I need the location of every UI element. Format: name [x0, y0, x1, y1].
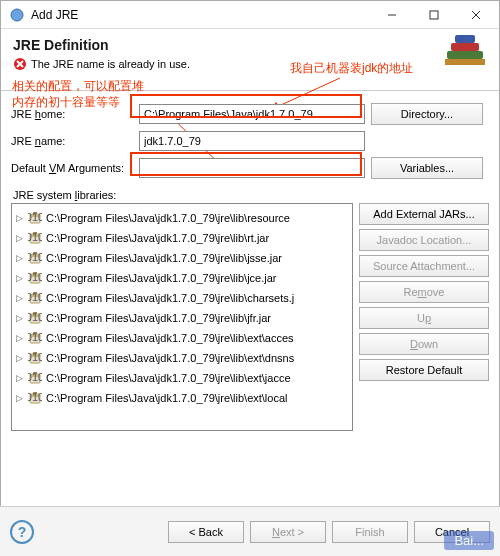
jar-path: C:\Program Files\Java\jdk1.7.0_79\jre\li…	[46, 252, 282, 264]
books-icon	[441, 35, 489, 75]
svg-point-0	[11, 9, 23, 21]
javadoc-location-button[interactable]: Javadoc Location...	[359, 229, 489, 251]
error-text: The JRE name is already in use.	[31, 58, 190, 70]
system-libraries-label: JRE system libraries:	[13, 189, 489, 201]
jre-home-label: JRE home:	[11, 108, 133, 120]
jar-item[interactable]: ▷010C:\Program Files\Java\jdk1.7.0_79\jr…	[14, 268, 350, 288]
cancel-button[interactable]: Cancel	[414, 521, 490, 543]
vm-args-input[interactable]	[139, 158, 365, 178]
up-button[interactable]: Up	[359, 307, 489, 329]
svg-rect-10	[451, 43, 479, 51]
expand-icon[interactable]: ▷	[16, 353, 28, 363]
svg-text:010: 010	[28, 311, 42, 323]
jar-item[interactable]: ▷010C:\Program Files\Java\jdk1.7.0_79\jr…	[14, 328, 350, 348]
expand-icon[interactable]: ▷	[16, 213, 28, 223]
help-button[interactable]: ?	[10, 520, 34, 544]
maximize-button[interactable]	[413, 1, 455, 29]
jar-item[interactable]: ▷010C:\Program Files\Java\jdk1.7.0_79\jr…	[14, 348, 350, 368]
expand-icon[interactable]: ▷	[16, 373, 28, 383]
jar-item[interactable]: ▷010C:\Program Files\Java\jdk1.7.0_79\jr…	[14, 288, 350, 308]
jar-path: C:\Program Files\Java\jdk1.7.0_79\jre\li…	[46, 352, 294, 364]
app-icon	[9, 7, 25, 23]
jre-name-input[interactable]	[139, 131, 365, 151]
svg-text:010: 010	[28, 291, 42, 303]
jre-name-label: JRE name:	[11, 135, 133, 147]
jar-path: C:\Program Files\Java\jdk1.7.0_79\jre\li…	[46, 332, 294, 344]
svg-rect-9	[447, 51, 483, 59]
minimize-button[interactable]	[371, 1, 413, 29]
wizard-banner: JRE Definition The JRE name is already i…	[1, 29, 499, 91]
add-external-jars-button[interactable]: Add External JARs...	[359, 203, 489, 225]
banner-heading: JRE Definition	[13, 37, 487, 53]
jar-path: C:\Program Files\Java\jdk1.7.0_79\jre\li…	[46, 232, 269, 244]
remove-button[interactable]: Remove	[359, 281, 489, 303]
jar-path: C:\Program Files\Java\jdk1.7.0_79\jre\li…	[46, 372, 291, 384]
svg-text:010: 010	[28, 271, 42, 283]
expand-icon[interactable]: ▷	[16, 273, 28, 283]
jar-item[interactable]: ▷010C:\Program Files\Java\jdk1.7.0_79\jr…	[14, 308, 350, 328]
expand-icon[interactable]: ▷	[16, 253, 28, 263]
expand-icon[interactable]: ▷	[16, 293, 28, 303]
svg-text:010: 010	[28, 371, 42, 383]
window-titlebar: Add JRE	[1, 1, 499, 29]
window-title: Add JRE	[31, 8, 371, 22]
svg-rect-8	[445, 59, 485, 65]
svg-text:010: 010	[28, 251, 42, 263]
vm-args-label: Default VM Arguments:	[11, 162, 133, 174]
down-button[interactable]: Down	[359, 333, 489, 355]
jar-path: C:\Program Files\Java\jdk1.7.0_79\jre\li…	[46, 292, 294, 304]
svg-text:010: 010	[28, 331, 42, 343]
jre-home-input[interactable]	[139, 104, 365, 124]
source-attachment-button[interactable]: Source Attachment...	[359, 255, 489, 277]
expand-icon[interactable]: ▷	[16, 313, 28, 323]
expand-icon[interactable]: ▷	[16, 333, 28, 343]
variables-button[interactable]: Variables...	[371, 157, 483, 179]
jar-path: C:\Program Files\Java\jdk1.7.0_79\jre\li…	[46, 392, 288, 404]
svg-rect-11	[455, 35, 475, 43]
jar-item[interactable]: ▷010C:\Program Files\Java\jdk1.7.0_79\jr…	[14, 248, 350, 268]
svg-text:010: 010	[28, 231, 42, 243]
back-button[interactable]: < Back	[168, 521, 244, 543]
close-button[interactable]	[455, 1, 497, 29]
expand-icon[interactable]: ▷	[16, 393, 28, 403]
next-button[interactable]: Next >	[250, 521, 326, 543]
expand-icon[interactable]: ▷	[16, 233, 28, 243]
system-libraries-tree[interactable]: ▷010C:\Program Files\Java\jdk1.7.0_79\jr…	[11, 203, 353, 431]
svg-text:010: 010	[28, 211, 42, 223]
jar-item[interactable]: ▷010C:\Program Files\Java\jdk1.7.0_79\jr…	[14, 368, 350, 388]
svg-text:010: 010	[28, 391, 42, 403]
finish-button[interactable]: Finish	[332, 521, 408, 543]
jar-path: C:\Program Files\Java\jdk1.7.0_79\jre\li…	[46, 212, 290, 224]
directory-button[interactable]: Directory...	[371, 103, 483, 125]
jar-path: C:\Program Files\Java\jdk1.7.0_79\jre\li…	[46, 312, 271, 324]
svg-text:010: 010	[28, 351, 42, 363]
wizard-footer: ? < Back Next > Finish Cancel	[0, 506, 500, 556]
svg-rect-2	[430, 11, 438, 19]
jar-path: C:\Program Files\Java\jdk1.7.0_79\jre\li…	[46, 272, 276, 284]
jar-item[interactable]: ▷010C:\Program Files\Java\jdk1.7.0_79\jr…	[14, 228, 350, 248]
jar-item[interactable]: ▷010C:\Program Files\Java\jdk1.7.0_79\jr…	[14, 208, 350, 228]
jar-item[interactable]: ▷010C:\Program Files\Java\jdk1.7.0_79\jr…	[14, 388, 350, 408]
error-icon	[13, 57, 27, 71]
restore-default-button[interactable]: Restore Default	[359, 359, 489, 381]
